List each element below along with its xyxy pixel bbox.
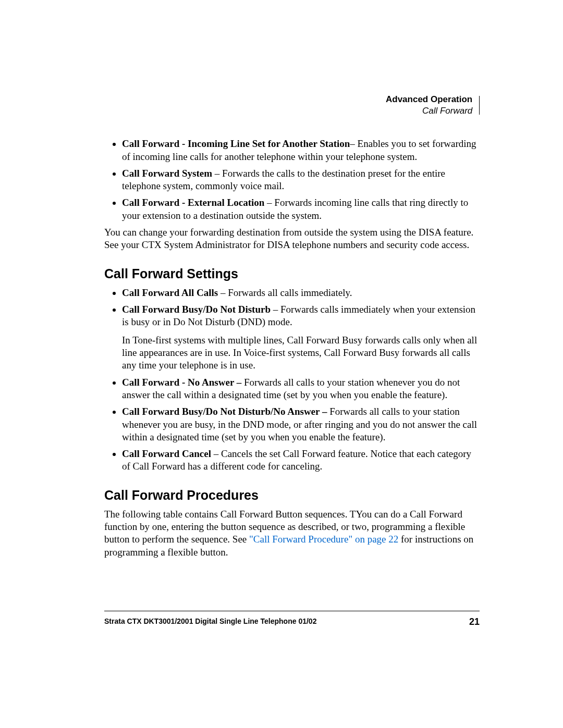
list-item: Call Forward Cancel – Cancels the set Ca… [122,448,480,473]
list-item: Call Forward - External Location – Forwa… [122,196,480,222]
page: Advanced Operation Call Forward Call For… [0,0,563,678]
procedures-paragraph: The following table contains Call Forwar… [104,508,480,559]
footer-page-number: 21 [469,616,480,627]
header-divider [479,96,480,115]
list-item: Call Forward Busy/Do Not Disturb/No Answ… [122,405,480,443]
running-header: Advanced Operation Call Forward [104,94,480,117]
top-bullet-list: Call Forward - Incoming Line Set for Ano… [104,138,480,222]
list-item: Call Forward - Incoming Line Set for Ano… [122,138,480,163]
list-item: Call Forward - No Answer – Forwards all … [122,376,480,402]
footer-doc-title: Strata CTX DKT3001/2001 Digital Single L… [104,617,316,625]
list-item: Call Forward System – Forwards the calls… [122,167,480,193]
heading-procedures: Call Forward Procedures [104,488,480,503]
heading-settings: Call Forward Settings [104,266,480,281]
xref-link[interactable]: "Call Forward Procedure" on page 22 [249,534,398,545]
list-item: Call Forward Busy/Do Not Disturb – Forwa… [122,303,480,372]
header-chapter: Advanced Operation [386,94,472,104]
header-section: Call Forward [422,106,472,116]
page-footer: Strata CTX DKT3001/2001 Digital Single L… [104,611,480,626]
list-item: Call Forward All Calls – Forwards all ca… [122,287,480,299]
settings-bullet-list: Call Forward All Calls – Forwards all ca… [104,287,480,473]
top-paragraph: You can change your forwarding destinati… [104,226,480,252]
